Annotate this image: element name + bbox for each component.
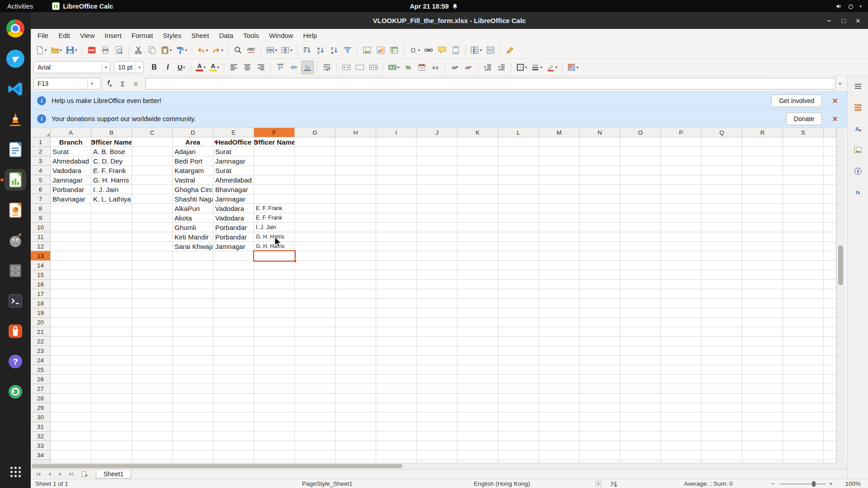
cell-A20[interactable]	[51, 318, 91, 327]
cell-F24[interactable]	[254, 356, 295, 365]
cell-P30[interactable]	[661, 413, 702, 422]
cell-I21[interactable]	[376, 327, 417, 337]
row-header-24[interactable]: 24	[31, 356, 51, 365]
cell-F32[interactable]	[254, 432, 295, 441]
cell-M23[interactable]	[539, 346, 580, 356]
cell-K31[interactable]	[458, 422, 498, 432]
cell-G32[interactable]	[295, 432, 335, 441]
cell-H7[interactable]	[335, 194, 376, 204]
cell-H29[interactable]	[335, 403, 376, 413]
cell-C1[interactable]	[132, 137, 173, 147]
cell-F1[interactable]: Officer Name	[254, 137, 295, 147]
cell-H21[interactable]	[335, 327, 376, 337]
cell-J7[interactable]	[417, 194, 458, 204]
cell-S21[interactable]	[783, 327, 824, 337]
cell-N27[interactable]	[580, 384, 620, 394]
select-all-corner[interactable]	[31, 128, 51, 137]
cell-K14[interactable]	[458, 261, 498, 270]
cell-P5[interactable]	[661, 175, 702, 185]
cell-P23[interactable]	[661, 346, 702, 356]
cell-L11[interactable]	[498, 232, 539, 242]
cell-O18[interactable]	[620, 299, 661, 308]
menu-sheet[interactable]: Sheet	[186, 31, 214, 40]
row-header-32[interactable]: 32	[31, 432, 51, 441]
cell-S5[interactable]	[783, 175, 824, 185]
cell-E6[interactable]: Bhavnagar	[213, 185, 254, 194]
cell-Q28[interactable]	[702, 394, 742, 403]
cell-S32[interactable]	[783, 432, 824, 441]
cell-M12[interactable]	[539, 242, 580, 251]
cell-A32[interactable]	[51, 432, 91, 441]
cell-M9[interactable]	[539, 213, 580, 223]
cell-M29[interactable]	[539, 403, 580, 413]
underline-button[interactable]: U▾	[175, 61, 188, 74]
cell-Q11[interactable]	[702, 232, 742, 242]
help-icon[interactable]: ?	[5, 351, 26, 372]
cell-O5[interactable]	[620, 175, 661, 185]
border-color-button[interactable]: ▾	[545, 61, 559, 74]
cell-E29[interactable]	[213, 403, 254, 413]
cell-M6[interactable]	[539, 185, 580, 194]
cell-J20[interactable]	[417, 318, 458, 327]
cell-F5[interactable]	[254, 175, 295, 185]
conditional-formatting-button[interactable]: ▾	[566, 61, 580, 74]
autofilter-button[interactable]	[341, 43, 354, 57]
cell-C12[interactable]	[132, 242, 173, 251]
cell-M32[interactable]	[539, 432, 580, 441]
cell-N29[interactable]	[580, 403, 620, 413]
cell-B6[interactable]: I. J. Jain	[91, 185, 132, 194]
column-header-C[interactable]: C	[132, 128, 173, 137]
cell-K19[interactable]	[458, 308, 498, 318]
row-header-33[interactable]: 33	[31, 441, 51, 450]
cell-K11[interactable]	[458, 232, 498, 242]
cell-B16[interactable]	[91, 280, 132, 289]
cell-N24[interactable]	[580, 356, 620, 365]
cell-O16[interactable]	[620, 280, 661, 289]
cell-D11[interactable]: Kirti Mandir	[173, 232, 213, 242]
cell-Q3[interactable]	[702, 156, 742, 166]
cell-F2[interactable]	[254, 147, 295, 156]
column-header-J[interactable]: J	[417, 128, 458, 137]
cell-H19[interactable]	[335, 308, 376, 318]
row-header-18[interactable]: 18	[31, 299, 51, 308]
cell-D9[interactable]: Akota	[173, 213, 213, 223]
cell-J30[interactable]	[417, 413, 458, 422]
cell-R24[interactable]	[742, 356, 783, 365]
cell-B17[interactable]	[91, 289, 132, 299]
cell-A31[interactable]	[51, 422, 91, 432]
format-date-button[interactable]: 12	[415, 61, 428, 74]
ubuntu-software-icon[interactable]	[5, 320, 26, 342]
row-header-15[interactable]: 15	[31, 270, 51, 280]
cell-F10[interactable]: I. J. Jain	[254, 223, 295, 232]
cell-I32[interactable]	[376, 432, 417, 441]
cell-Q2[interactable]	[702, 147, 742, 156]
cell-L13[interactable]	[498, 251, 539, 261]
cell-L21[interactable]	[498, 327, 539, 337]
cell-J1[interactable]	[417, 137, 458, 147]
cell-B25[interactable]	[91, 365, 132, 375]
headers-footers-button[interactable]	[449, 43, 462, 57]
cell-A19[interactable]	[51, 308, 91, 318]
split-window-button[interactable]	[484, 43, 497, 57]
cell-E12[interactable]: Jamnagar	[213, 242, 254, 251]
cell-M30[interactable]	[539, 413, 580, 422]
row-header-20[interactable]: 20	[31, 318, 51, 327]
cell-P2[interactable]	[661, 147, 702, 156]
cell-J6[interactable]	[417, 185, 458, 194]
cell-P10[interactable]	[661, 223, 702, 232]
cell-Q6[interactable]	[702, 185, 742, 194]
cell-K21[interactable]	[458, 327, 498, 337]
cell-D28[interactable]	[173, 394, 213, 403]
cell-O6[interactable]	[620, 185, 661, 194]
cell-N5[interactable]	[580, 175, 620, 185]
cell-R4[interactable]	[742, 166, 783, 175]
cell-S10[interactable]	[783, 223, 824, 232]
cell-H9[interactable]	[335, 213, 376, 223]
font-size-combo[interactable]: 10 pt ▾	[114, 61, 144, 73]
column-header-F[interactable]: F	[254, 128, 295, 137]
insert-comment-button[interactable]	[436, 43, 448, 57]
cell-R29[interactable]	[742, 403, 783, 413]
cell-R20[interactable]	[742, 318, 783, 327]
print-preview-button[interactable]	[113, 43, 125, 57]
cell-G20[interactable]	[295, 318, 335, 327]
